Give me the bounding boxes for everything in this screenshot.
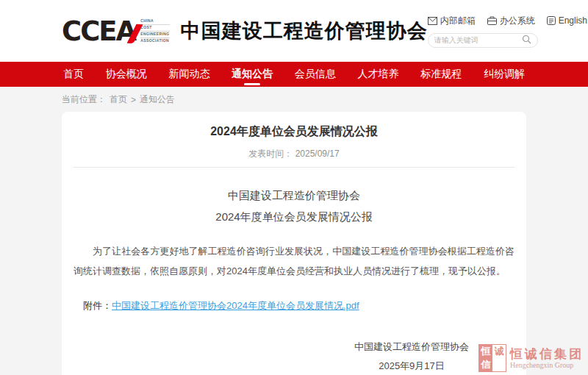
internal-mail-label: 内部邮箱 [440, 15, 476, 27]
internal-mail-link[interactable]: 内部邮箱 [428, 15, 476, 27]
breadcrumb-home-link[interactable]: 首页 [110, 93, 127, 106]
breadcrumb-separator: > [131, 95, 136, 105]
publish-date-label: 发表时间： [248, 149, 293, 159]
article-meta: 发表时间： 2025/09/17 [74, 148, 514, 160]
search-input[interactable] [434, 36, 522, 44]
nav-item-about[interactable]: 协会概况 [104, 62, 148, 87]
signature-date: 2025年9月17日 [354, 357, 469, 375]
article-org-line: 中国建设工程造价管理协会 [74, 190, 514, 201]
nav-item-mediation[interactable]: 纠纷调解 [482, 62, 526, 87]
main-nav: 首页 协会概况 新闻动态 通知公告 会员信息 人才培养 标准规程 纠纷调解 [0, 62, 588, 87]
search-icon[interactable] [522, 34, 531, 47]
site-title: 中国建设工程造价管理协会 [181, 18, 428, 44]
site-header: CCEA CHINA COST ENGINEERING ASSOCIATION … [0, 0, 588, 62]
nav-item-members[interactable]: 会员信息 [293, 62, 337, 87]
utility-links: 内部邮箱 办公系统 English [428, 15, 587, 27]
office-system-link[interactable]: 办公系统 [487, 15, 535, 27]
site-logo[interactable]: CCEA CHINA COST ENGINEERING ASSOCIATION … [62, 18, 428, 45]
publish-date-value: 2025/09/17 [295, 149, 340, 159]
logo-subtext-line: COST [140, 25, 169, 32]
title-divider [74, 167, 514, 168]
logo-subtext-line: ENGINEERING [140, 32, 169, 38]
english-link[interactable]: English [547, 15, 587, 26]
attachment-label: 附件： [83, 300, 112, 311]
article-paragraph: 为了让社会各方更好地了解工程造价咨询行业发展状况，中国建设工程造价管理协会根据工… [74, 241, 514, 281]
attachment-pdf-link[interactable]: 中国建设工程造价管理协会2024年度单位会员发展情况.pdf [112, 300, 359, 311]
nav-item-notices[interactable]: 通知公告 [230, 62, 274, 87]
article-title: 2024年度单位会员发展情况公报 [74, 125, 514, 138]
attachment-row: 附件：中国建设工程造价管理协会2024年度单位会员发展情况.pdf [83, 299, 514, 312]
globe-icon [547, 16, 556, 25]
signature-block: 中国建设工程造价管理协会 2025年9月17日 [354, 338, 469, 375]
office-system-label: 办公系统 [500, 15, 535, 27]
logo-subtext-line: CHINA [140, 18, 169, 25]
mail-icon [428, 17, 437, 25]
header-right: 内部邮箱 办公系统 English [428, 15, 587, 48]
nav-item-news[interactable]: 新闻动态 [167, 62, 211, 87]
article-subtitle-line: 2024年度单位会员发展情况公报 [74, 211, 514, 223]
nav-item-home[interactable]: 首页 [62, 62, 85, 87]
nav-item-training[interactable]: 人才培养 [356, 62, 401, 87]
breadcrumb: 当前位置： 首页 > 通知公告 [62, 87, 526, 112]
breadcrumb-current: 通知公告 [140, 93, 175, 106]
search-box[interactable] [428, 33, 538, 48]
briefcase-icon [487, 16, 497, 25]
english-label: English [559, 15, 587, 26]
signature-row: 中国建设工程造价管理协会 2025年9月17日 [74, 338, 514, 375]
logo-subtext: CHINA COST ENGINEERING ASSOCIATION [140, 18, 169, 44]
main-nav-inner: 首页 协会概况 新闻动态 通知公告 会员信息 人才培养 标准规程 纠纷调解 [62, 62, 526, 87]
logo-acronym: CCEA [62, 18, 135, 45]
nav-item-standards[interactable]: 标准规程 [419, 62, 463, 87]
logo-subtext-line: ASSOCIATION [140, 38, 169, 44]
breadcrumb-prefix: 当前位置： [62, 93, 106, 106]
article-card: 2024年度单位会员发展情况公报 发表时间： 2025/09/17 中国建设工程… [62, 112, 526, 375]
signature-org: 中国建设工程造价管理协会 [354, 338, 469, 357]
